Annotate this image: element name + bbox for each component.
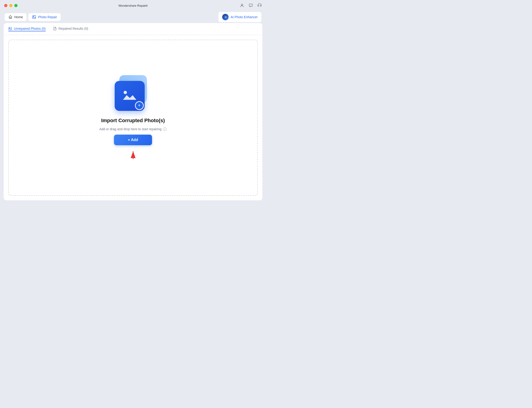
photo-repair-label: Photo Repair xyxy=(38,15,57,19)
photo-card-front: + xyxy=(115,81,145,111)
close-button[interactable] xyxy=(4,4,7,7)
import-title: Import Corrupted Photo(s) xyxy=(101,118,165,124)
chat-icon[interactable] xyxy=(248,3,253,8)
ai-enhancer-label: AI Photo Enhancer xyxy=(230,15,258,19)
svg-point-0 xyxy=(241,4,243,6)
home-label: Home xyxy=(14,15,23,19)
unrepaired-tab-icon xyxy=(8,27,12,30)
main-area: Unrepaired Photos (0) Repaired Results (… xyxy=(4,23,262,200)
titlebar-icons xyxy=(240,3,262,8)
tab-repaired-label: Repaired Results (0) xyxy=(59,27,88,30)
svg-rect-3 xyxy=(9,27,11,30)
home-button[interactable]: Home xyxy=(5,13,26,21)
repaired-tab-icon xyxy=(53,27,57,30)
traffic-lights xyxy=(4,4,17,7)
app-title: Wondershare Repairit xyxy=(118,4,148,7)
tab-unrepaired-label: Unrepaired Photos (0) xyxy=(14,27,46,30)
import-subtitle-text: Add or drag and drop here to start repai… xyxy=(99,127,161,131)
svg-point-8 xyxy=(124,91,127,94)
svg-point-4 xyxy=(9,28,10,28)
drop-zone[interactable]: + Import Corrupted Photo(s) Add or drag … xyxy=(8,40,258,196)
add-button-label: + Add xyxy=(128,138,138,142)
navbar: Home Photo Repair AI AI Photo Enhancer xyxy=(0,11,266,23)
headset-icon[interactable] xyxy=(257,3,262,8)
tab-unrepaired[interactable]: Unrepaired Photos (0) xyxy=(8,27,46,31)
tab-repaired[interactable]: Repaired Results (0) xyxy=(53,27,88,31)
tabs-bar: Unrepaired Photos (0) Repaired Results (… xyxy=(4,23,262,35)
titlebar: Wondershare Repairit xyxy=(0,0,266,11)
ai-enhancer-button[interactable]: AI AI Photo Enhancer xyxy=(218,12,262,22)
nav-right: AI AI Photo Enhancer xyxy=(218,12,262,22)
plus-badge: + xyxy=(135,101,144,110)
account-icon[interactable] xyxy=(240,3,244,8)
svg-rect-1 xyxy=(33,16,36,19)
maximize-button[interactable] xyxy=(14,4,17,7)
arrow-container xyxy=(126,149,140,161)
photo-illustration: + xyxy=(115,75,152,112)
photo-repair-icon xyxy=(32,15,36,19)
import-subtitle: Add or drag and drop here to start repai… xyxy=(99,127,166,131)
photo-repair-button[interactable]: Photo Repair xyxy=(28,13,61,21)
svg-point-2 xyxy=(34,16,34,17)
minimize-button[interactable] xyxy=(9,4,12,7)
ai-icon: AI xyxy=(222,14,229,20)
arrow-icon xyxy=(129,149,138,159)
home-icon xyxy=(8,15,12,19)
nav-left: Home Photo Repair xyxy=(5,13,61,21)
info-icon[interactable]: i xyxy=(163,127,166,131)
add-button[interactable]: + Add xyxy=(114,135,152,145)
